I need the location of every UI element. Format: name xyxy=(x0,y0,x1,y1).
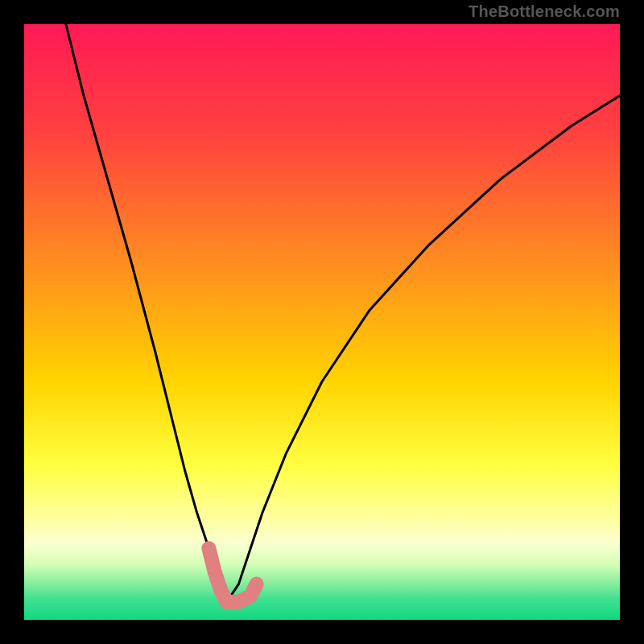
watermark-text: TheBottleneck.com xyxy=(469,3,620,19)
curve-layer xyxy=(24,24,620,620)
chart-frame: TheBottleneck.com xyxy=(0,0,644,644)
plot-area xyxy=(24,24,620,620)
bottleneck-curve-left xyxy=(66,24,227,602)
bottleneck-curve-right xyxy=(227,96,620,602)
